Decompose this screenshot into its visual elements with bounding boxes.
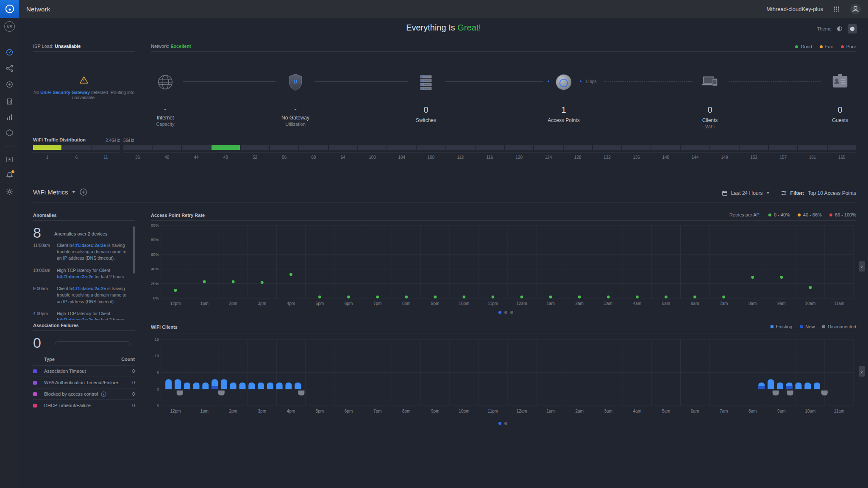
channel-segment-128[interactable]	[564, 145, 592, 150]
info-icon[interactable]	[101, 391, 106, 397]
anomaly-item[interactable]: 10:00amHigh TCP latency for Client b4:f1…	[33, 267, 132, 280]
anomaly-item[interactable]: 11:00amClient b4:f1:da:ec:2a:2e is havin…	[33, 242, 132, 262]
theme-dark-toggle[interactable]	[848, 24, 857, 33]
filter-sliders-icon	[781, 190, 787, 196]
svg-text:5pm: 5pm	[316, 301, 324, 306]
channel-segment-153[interactable]	[740, 145, 768, 150]
pagination-dot[interactable]	[504, 311, 507, 314]
channel-segment-104[interactable]	[387, 145, 416, 150]
topology-node-label: Clients	[676, 117, 744, 123]
sidebar-item-devices[interactable]	[0, 78, 19, 90]
clients-legend-item[interactable]: Existing	[771, 324, 793, 329]
sidebar-item-media[interactable]	[0, 153, 19, 165]
apps-grid-icon[interactable]	[833, 6, 840, 12]
clients-legend-item[interactable]: Disconnected	[822, 324, 856, 329]
channel-segment-64[interactable]	[329, 145, 357, 150]
channel-segment-120[interactable]	[505, 145, 533, 150]
isp-load-label: ISP Load:	[33, 44, 53, 49]
channel-segment-124[interactable]	[534, 145, 562, 150]
filter-selector[interactable]: Filter: Top 10 Access Points	[781, 190, 856, 196]
channel-segment-136[interactable]	[622, 145, 651, 150]
topology-node-internet[interactable]: -InternetCapacity	[131, 63, 199, 127]
clients-legend-item[interactable]: New	[800, 324, 815, 329]
anomaly-feed[interactable]: 11:00amClient b4:f1:da:ec:2a:2e is havin…	[33, 242, 132, 320]
wifi-clients-legend: ExistingNewDisconnected	[771, 324, 856, 329]
channel-label: 165	[828, 155, 856, 160]
channel-segment-108[interactable]	[417, 145, 445, 150]
channel-segment-44[interactable]	[182, 145, 210, 150]
client-mac-link[interactable]: b4:f1:da:ec:2a:2e	[57, 317, 93, 320]
anomaly-item[interactable]: 9:00amClient b4:f1:da:ec:2a:2e is having…	[33, 286, 132, 305]
theme-light-toggle[interactable]	[835, 24, 844, 33]
topology-node-access-points[interactable]: 1Access Points	[530, 63, 598, 123]
channel-segment-149[interactable]	[710, 145, 739, 150]
filter-value: Top 10 Access Points	[808, 190, 856, 196]
channel-label: 120	[505, 155, 533, 160]
topology-node-value: 0	[392, 105, 460, 115]
sidebar-item-insights[interactable]	[0, 127, 19, 139]
channel-segment-52[interactable]	[241, 145, 269, 150]
clients-chart-next-button[interactable]: ›	[859, 366, 865, 377]
gateway-warning: No UniFi Security Gateway detected. Rout…	[29, 75, 139, 100]
retry-chart-next-button[interactable]: ›	[859, 261, 865, 272]
channel-segment-11[interactable]	[92, 145, 120, 150]
client-mac-link[interactable]: b4:f1:da:ec:2a:2e	[70, 243, 106, 248]
user-avatar-icon[interactable]	[850, 3, 861, 15]
add-metric-button[interactable]	[79, 188, 87, 196]
topology-node-clients[interactable]: 0ClientsWiFi	[676, 63, 744, 129]
usg-link[interactable]: UniFi Security Gateway	[40, 90, 90, 95]
network-status: Network: Excellent	[151, 44, 191, 49]
topology-node-value: 0	[676, 105, 744, 115]
anomaly-feed-scrollbar[interactable]	[133, 226, 135, 274]
channel-segment-165[interactable]	[828, 145, 856, 150]
channel-segment-56[interactable]	[270, 145, 298, 150]
channel-segment-36[interactable]	[123, 145, 152, 150]
pagination-dot[interactable]	[498, 422, 501, 425]
site-name[interactable]: Mthread-cloudKey-plus	[766, 6, 823, 12]
svg-text:10pm: 10pm	[459, 409, 469, 413]
wifi-metrics-header[interactable]: WiFi Metrics	[33, 188, 87, 196]
pagination-dot[interactable]	[498, 311, 501, 314]
retry-rate-chart[interactable]: 100%80%60%40%20%0%12pm1pm2pm3pm4pm5pm6pm…	[151, 224, 856, 308]
pagination-dot[interactable]	[510, 311, 513, 314]
client-mac-link[interactable]: b4:f1:da:ec:2a:2e	[70, 286, 106, 291]
unifi-logo-icon[interactable]	[0, 0, 19, 18]
client-mac-link[interactable]: b4:f1:da:ec:2a:2e	[57, 274, 93, 279]
channel-label: 153	[740, 155, 768, 160]
channel-segment-100[interactable]	[358, 145, 387, 150]
channel-segment-144[interactable]	[681, 145, 709, 150]
sidebar-item-clients-building[interactable]	[0, 95, 19, 107]
topology-node-switches[interactable]: 0Switches	[392, 63, 460, 123]
pagination-dot[interactable]	[504, 422, 507, 425]
channel-label: 144	[681, 155, 709, 160]
channel-segment-40[interactable]	[153, 145, 181, 150]
topology-node-value: -	[131, 105, 199, 112]
channel-segment-140[interactable]	[651, 145, 680, 150]
channel-segment-6[interactable]	[62, 145, 91, 150]
anomaly-item[interactable]: 4:00pmHigh TCP latency for Client b4:f1:…	[33, 311, 132, 320]
channel-segment-157[interactable]	[769, 145, 797, 150]
channel-label: 100	[358, 155, 387, 160]
svg-text:10pm: 10pm	[459, 301, 469, 306]
sidebar-item-topology[interactable]	[0, 62, 19, 74]
topology-node-no-gateway[interactable]: U-No GatewayUtilization	[262, 63, 329, 127]
channel-segment-132[interactable]	[593, 145, 621, 150]
svg-text:1am: 1am	[546, 301, 554, 306]
channel-segment-161[interactable]	[798, 145, 826, 150]
channel-segment-112[interactable]	[446, 145, 475, 150]
sidebar-item-notifications-bell[interactable]	[0, 169, 19, 181]
wifi-clients-chart[interactable]: 151050-512pm1pm2pm3pm4pm5pm6pm7pm8pm9pm1…	[151, 336, 856, 417]
channel-segment-48[interactable]	[211, 145, 240, 150]
sidebar-item-dashboard[interactable]	[0, 46, 19, 58]
channel-segment-1[interactable]	[33, 145, 61, 150]
svg-text:9am: 9am	[777, 409, 785, 413]
calendar-icon	[722, 190, 728, 196]
channel-segment-60[interactable]	[299, 145, 328, 150]
sidebar-item-statistics[interactable]	[0, 111, 19, 123]
svg-text:-5: -5	[156, 403, 159, 408]
time-range-selector[interactable]: Last 24 Hours	[722, 190, 770, 196]
sidebar-item-settings-gear[interactable]	[0, 186, 19, 197]
topology-node-guests[interactable]: 0Guests	[806, 63, 868, 123]
channel-segment-116[interactable]	[476, 145, 504, 150]
sidebar-user-avatar[interactable]: UR	[4, 21, 15, 32]
